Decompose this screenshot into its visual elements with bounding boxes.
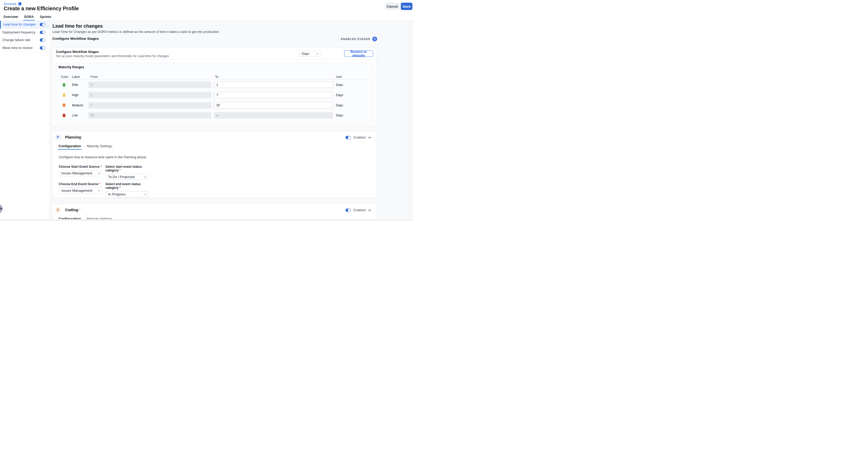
coding-enabled-toggle[interactable] bbox=[345, 208, 351, 212]
restore-defaults-button[interactable]: Restore to defaults bbox=[344, 50, 373, 57]
toggle-knob bbox=[42, 38, 45, 42]
color-swatch bbox=[63, 94, 65, 97]
field-label: Choose End Event Source* bbox=[59, 182, 102, 186]
from-input bbox=[88, 102, 211, 108]
app-root: Account: Create a new Efficiency Profile… bbox=[0, 0, 413, 221]
to-input[interactable] bbox=[214, 81, 333, 88]
required-asterisk: * bbox=[119, 186, 121, 190]
unit-label: Days bbox=[336, 83, 343, 87]
toggle-knob bbox=[347, 208, 351, 212]
chevron-down-icon bbox=[316, 52, 319, 56]
select-value: To Do / Proposed bbox=[108, 175, 134, 179]
collapse-chevron-up-icon[interactable] bbox=[368, 136, 371, 138]
sidebar-item-label: Deployment frequency bbox=[2, 31, 35, 34]
to-input[interactable] bbox=[214, 92, 333, 98]
edit-pencil-icon[interactable] bbox=[77, 208, 81, 212]
start-event-status-category-select[interactable]: To Do / Proposed bbox=[105, 174, 149, 180]
unit-select-value: Days bbox=[302, 52, 309, 56]
toggle-knob bbox=[42, 23, 45, 26]
maturity-ranges-title: Maturity Ranges bbox=[59, 65, 84, 69]
maturity-row-high: High Days bbox=[56, 92, 373, 98]
stage-name: Coding bbox=[65, 208, 78, 212]
column-header-from: From bbox=[90, 75, 98, 79]
save-button[interactable]: Save bbox=[401, 3, 412, 10]
maturity-row-medium: Medium Days bbox=[56, 102, 373, 108]
column-header-label: Label bbox=[72, 75, 80, 79]
metrics-sidebar: Lead time for changes Deployment frequen… bbox=[0, 21, 50, 221]
color-swatch bbox=[63, 103, 65, 107]
tab-configuration[interactable]: Configuration bbox=[58, 144, 82, 150]
nav-tabs: Overview DORA Sprints bbox=[2, 14, 52, 21]
deployment-frequency-toggle[interactable] bbox=[40, 31, 45, 34]
workflow-stages-card: Configure Workflow Stages Set up your ma… bbox=[53, 47, 376, 127]
from-input bbox=[88, 92, 211, 98]
toggle-knob bbox=[42, 46, 45, 49]
lead-time-toggle[interactable] bbox=[40, 23, 45, 26]
unit-label: Days bbox=[336, 103, 343, 107]
maturity-label: High bbox=[72, 93, 79, 97]
enabled-label: Enabled bbox=[353, 136, 366, 139]
maturity-ranges-panel: Maturity Ranges Color Label From To Unit… bbox=[56, 63, 374, 125]
sidebar-item-deployment-frequency[interactable]: Deployment frequency bbox=[0, 29, 49, 37]
sidebar-item-change-failure-rate[interactable]: Change failure rate bbox=[0, 36, 49, 44]
vertical-scrollbar-track[interactable] bbox=[410, 21, 410, 219]
end-event-status-category-select[interactable]: In Progress bbox=[105, 191, 149, 197]
cancel-button[interactable]: Cancel bbox=[385, 3, 400, 10]
tab-dora[interactable]: DORA bbox=[23, 14, 35, 21]
maturity-label: Low bbox=[72, 113, 78, 117]
metric-description: Lead Time for Changes as per DORA metric… bbox=[53, 30, 220, 34]
to-input[interactable] bbox=[214, 102, 333, 108]
chevron-down-icon bbox=[98, 171, 100, 175]
sidebar-item-label: Change failure rate bbox=[2, 38, 30, 42]
stage-description: Configure how to measure time spent in t… bbox=[59, 155, 147, 159]
unit-select[interactable]: Days bbox=[299, 51, 321, 57]
chevron-down-icon bbox=[144, 192, 147, 196]
horizontal-scrollbar-track[interactable] bbox=[0, 219, 413, 221]
sidebar-item-lead-time-for-changes[interactable]: Lead time for changes bbox=[0, 21, 49, 29]
expand-arrow-icon bbox=[1, 207, 2, 210]
field-label: Choose Start Event Source* bbox=[59, 165, 102, 169]
maturity-label: Elite bbox=[72, 83, 78, 87]
stage-tabs: Configuration Maturity Settings bbox=[58, 144, 113, 150]
from-input bbox=[88, 112, 211, 119]
required-asterisk: * bbox=[100, 165, 102, 169]
to-input bbox=[214, 112, 333, 119]
tab-overview[interactable]: Overview bbox=[2, 14, 19, 21]
edit-pencil-icon[interactable] bbox=[79, 135, 83, 139]
column-header-color: Color bbox=[61, 75, 68, 79]
mean-time-to-restore-toggle[interactable] bbox=[40, 46, 45, 49]
planning-enabled-toggle[interactable] bbox=[345, 136, 351, 139]
color-swatch bbox=[63, 83, 65, 87]
start-event-source-select[interactable]: Issues Management bbox=[59, 170, 102, 176]
field-end-event-status-category: Select end event status category* In Pro… bbox=[105, 182, 149, 197]
sidebar-item-mean-time-to-restore[interactable]: Mean time to restore bbox=[0, 44, 49, 52]
change-failure-rate-toggle[interactable] bbox=[40, 38, 45, 42]
account-link[interactable]: Account: bbox=[4, 2, 17, 6]
field-label: Select end event status category* bbox=[105, 182, 149, 190]
top-header: Account: Create a new Efficiency Profile… bbox=[0, 0, 413, 21]
enabled-stages-label: ENABLED STAGES bbox=[341, 37, 370, 40]
workflow-card-subtitle: Set up your maturity model parameters an… bbox=[56, 54, 373, 58]
enabled-label: Enabled bbox=[353, 208, 366, 212]
account-logo[interactable] bbox=[19, 2, 21, 5]
page-title: Create a new Efficiency Profile bbox=[4, 5, 79, 11]
breadcrumb: Account: bbox=[4, 2, 21, 6]
tab-sprints[interactable]: Sprints bbox=[39, 14, 52, 21]
end-event-source-select[interactable]: Issues Management bbox=[59, 188, 102, 194]
select-value: In Progress bbox=[108, 192, 125, 196]
sidebar-item-label: Lead time for changes bbox=[3, 23, 36, 26]
stage-card-coding: C Coding Enabled Configuration Maturity … bbox=[53, 204, 376, 221]
chevron-down-icon bbox=[144, 175, 147, 179]
tab-maturity-settings[interactable]: Maturity Settings bbox=[86, 144, 113, 150]
workflow-card-title: Configure Workflow Stages bbox=[56, 50, 373, 54]
workflow-card-header: Configure Workflow Stages Set up your ma… bbox=[53, 48, 376, 60]
field-label: Select start event status category* bbox=[105, 165, 149, 172]
select-value: Issues Management bbox=[61, 189, 92, 193]
stage-controls: Enabled bbox=[345, 208, 371, 212]
maturity-row-elite: Elite Days bbox=[56, 81, 373, 88]
stage-avatar: C bbox=[55, 207, 61, 213]
from-input bbox=[88, 81, 211, 88]
configure-workflow-stages-heading: Configure Workflow Stages bbox=[53, 37, 99, 40]
maturity-row-low: Low Days bbox=[56, 112, 373, 119]
collapse-chevron-up-icon[interactable] bbox=[368, 209, 371, 211]
